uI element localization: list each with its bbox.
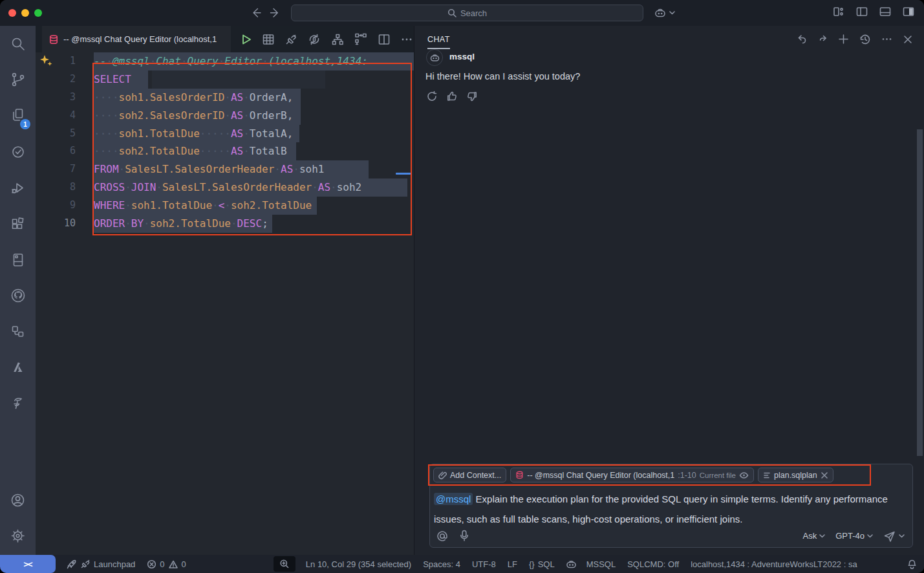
eye-icon[interactable] [739, 471, 749, 479]
navigate-forward-icon[interactable] [268, 5, 283, 21]
sidebar-item-explorer[interactable]: 1 [0, 100, 36, 131]
mention-icon[interactable] [436, 530, 448, 542]
sidebar-item-search[interactable] [0, 28, 36, 59]
chat-scrollbar[interactable] [917, 129, 923, 456]
search-icon [10, 36, 27, 52]
tab-mssql-chat-query-editor[interactable]: -- @mssql Chat Query Editor (localhost,1 [42, 26, 231, 52]
context-chip-plan-sqlplan[interactable]: plan.sqlplan [758, 468, 833, 482]
regenerate-icon[interactable] [426, 91, 438, 102]
sidebar-item-task-check[interactable] [0, 136, 36, 168]
errors-icon [147, 559, 156, 569]
cursor-position-item[interactable]: Ln 10, Col 29 (354 selected) [306, 559, 411, 569]
send-button[interactable] [883, 530, 905, 542]
mention-pill: @mssql [434, 493, 473, 505]
microphone-icon[interactable] [460, 530, 469, 542]
split-editor-icon[interactable] [377, 32, 391, 47]
chat-header: CHAT [414, 26, 924, 52]
context-chips-row: Add Context... -- @mssql Chat Query Edit… [433, 468, 912, 482]
change-connection-icon[interactable] [306, 32, 322, 47]
sidebar-item-azure[interactable] [0, 352, 36, 383]
code-line[interactable]: 4····soh2.SalesOrderID·AS·OrderB, [36, 107, 414, 125]
thumbs-down-icon[interactable] [466, 91, 478, 102]
disconnect-plug-icon[interactable] [284, 32, 298, 47]
mssql-item[interactable]: MSSQL [586, 559, 616, 569]
toggle-sidebar-right-icon[interactable] [902, 5, 915, 18]
code-line[interactable]: 6····soh2.TotalDue·····AS·TotalB [36, 142, 414, 160]
new-chat-icon[interactable] [837, 33, 850, 45]
model-selector[interactable]: GPT-4o [835, 531, 873, 541]
encoding-item[interactable]: UTF-8 [472, 559, 496, 569]
sqlcmd-item[interactable]: SQLCMD: Off [627, 559, 679, 569]
code-line[interactable]: 5····soh1.TotalDue·····AS·TotalA, [36, 125, 414, 143]
mode-selector[interactable]: Ask [803, 531, 826, 541]
sidebar-item-source-control[interactable] [0, 64, 36, 95]
sidebar-item-github[interactable] [0, 280, 36, 311]
command-center-search[interactable]: Search [291, 5, 643, 21]
sidebar-item-notebook[interactable] [0, 244, 36, 276]
vscode-window: Search 1 [0, 0, 924, 573]
search-icon [447, 8, 457, 17]
notifications-item[interactable] [907, 559, 918, 570]
add-context-button[interactable]: Add Context... [433, 468, 506, 482]
title-bar: Search [0, 0, 924, 26]
code-line[interactable]: 10ORDER·BY·soh2.TotalDue·DESC; [36, 215, 414, 233]
connection-item[interactable]: localhost,1434 : AdventureWorksLT2022 : … [691, 559, 857, 569]
code-editor[interactable]: 1--·@mssql·Chat·Query·Editor·(localhost,… [36, 52, 414, 555]
file-lines-icon [763, 471, 771, 479]
more-actions-icon[interactable] [881, 33, 893, 45]
chat-input-box[interactable]: Add Context... -- @mssql Chat Query Edit… [429, 464, 913, 548]
sidebar-item-settings[interactable] [0, 520, 36, 551]
close-icon[interactable] [902, 34, 914, 45]
minimize-traffic-light[interactable] [21, 9, 29, 17]
code-line[interactable]: 2SELECT [36, 70, 414, 89]
context-file-range: :1-10 [678, 471, 696, 480]
eol-item[interactable]: LF [508, 559, 517, 569]
code-line[interactable]: 1--·@mssql·Chat·Query·Editor·(localhost,… [36, 52, 414, 70]
redo-icon[interactable] [817, 34, 828, 45]
tab-chat[interactable]: CHAT [427, 35, 450, 44]
toggle-panel-bottom-icon[interactable] [879, 5, 892, 18]
message-actions [426, 91, 478, 102]
thumbs-up-icon[interactable] [446, 91, 458, 102]
run-query-button[interactable] [239, 32, 253, 47]
customize-layout-icon[interactable] [832, 5, 845, 18]
close-traffic-light[interactable] [8, 9, 16, 17]
copilot-status-item[interactable] [565, 558, 577, 570]
copilot-icon [653, 6, 667, 20]
code-line[interactable]: 9WHERE·soh1.TotalDue·<·soh2.TotalDue [36, 197, 414, 215]
zoom-traffic-light[interactable] [34, 9, 42, 17]
navigate-back-icon[interactable] [248, 5, 264, 21]
sidebar-item-extensions[interactable] [0, 209, 36, 240]
copilot-icon [429, 52, 440, 63]
sidebar-item-account[interactable] [0, 484, 36, 515]
zoom-status-item[interactable] [274, 556, 295, 572]
code-line[interactable]: 7FROM·SalesLT.SalesOrderHeader·AS·soh1 [36, 160, 414, 178]
copilot-menu[interactable] [653, 6, 675, 20]
launchpad-item[interactable]: Launchpad [66, 559, 135, 570]
sidebar-item-run-debug[interactable] [0, 173, 36, 204]
sidebar-item-connections[interactable] [0, 316, 36, 347]
remote-indicator[interactable]: >< [0, 555, 56, 573]
chat-history-icon[interactable] [859, 33, 872, 46]
chat-draft-text[interactable]: @mssql Explain the execution plan for th… [434, 489, 907, 529]
send-icon [883, 530, 896, 542]
language-mode-item[interactable]: {} SQL [529, 559, 555, 569]
execution-plan-icon[interactable] [330, 32, 345, 47]
toggle-sidebar-left-icon[interactable] [855, 5, 868, 18]
more-actions-icon[interactable] [400, 32, 414, 47]
sidebar-item-flyway[interactable] [0, 388, 36, 419]
remove-chip-icon[interactable] [821, 471, 828, 479]
problems-item[interactable]: 0 0 [147, 559, 186, 569]
context-chip-current-file[interactable]: -- @mssql Chat Query Editor (localhost,1… [510, 468, 754, 482]
extensions-icon [10, 216, 27, 233]
assistant-avatar [426, 49, 443, 66]
indentation-item[interactable]: Spaces: 4 [423, 559, 460, 569]
actual-plan-icon[interactable] [353, 32, 369, 47]
code-line[interactable]: 3····soh1.SalesOrderID·AS·OrderA, [36, 89, 414, 107]
results-grid-icon[interactable] [261, 32, 275, 47]
code-line[interactable]: 8CROSS·JOIN·SalesLT.SalesOrderHeader·AS·… [36, 178, 414, 197]
copilot-sparkle-icon[interactable] [38, 54, 55, 69]
plug-icon [80, 559, 91, 569]
undo-icon[interactable] [796, 33, 808, 45]
editor-tab-bar: -- @mssql Chat Query Editor (localhost,1 [36, 26, 414, 52]
